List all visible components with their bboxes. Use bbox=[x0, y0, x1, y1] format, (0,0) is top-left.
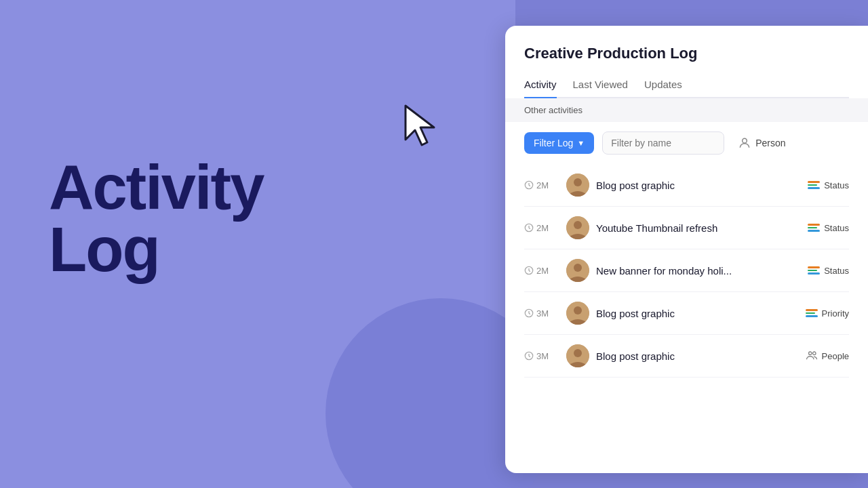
cursor-icon bbox=[400, 100, 441, 149]
avatar bbox=[566, 216, 589, 239]
panel-header: Creative Production Log Activity Last Vi… bbox=[505, 26, 868, 98]
avatar bbox=[566, 344, 589, 367]
activity-panel: Creative Production Log Activity Last Vi… bbox=[505, 26, 868, 473]
avatar-image bbox=[566, 344, 589, 367]
filter-name-input[interactable] bbox=[602, 131, 724, 155]
chevron-down-icon: ▼ bbox=[577, 139, 585, 147]
field-label: People bbox=[822, 351, 849, 361]
activity-row: 2M Youtube Thumbnail refresh Status bbox=[524, 207, 849, 249]
avatar bbox=[566, 302, 589, 325]
tab-updates[interactable]: Updates bbox=[644, 73, 682, 98]
tab-activity[interactable]: Activity bbox=[524, 73, 557, 98]
hero-section: Activity Log bbox=[49, 156, 263, 281]
activity-item-name: Blog post graphic bbox=[596, 180, 781, 191]
person-filter-label: Person bbox=[755, 138, 785, 148]
activity-field: Status bbox=[788, 223, 849, 233]
field-label: Status bbox=[824, 180, 849, 190]
svg-point-15 bbox=[574, 349, 582, 357]
activity-time: 2M bbox=[524, 266, 559, 276]
status-lines-icon bbox=[808, 181, 820, 189]
priority-lines-icon bbox=[806, 309, 818, 317]
person-filter[interactable]: Person bbox=[738, 136, 785, 150]
activity-item-name: New banner for monday holi... bbox=[596, 265, 781, 277]
tab-last-viewed[interactable]: Last Viewed bbox=[573, 73, 628, 98]
time-label: 2M bbox=[536, 180, 549, 190]
activity-row: 2M New banner for monday holi... Status bbox=[524, 249, 849, 292]
activity-item-name: Blog post graphic bbox=[596, 308, 781, 319]
time-label: 3M bbox=[536, 351, 549, 361]
filter-log-label: Filter Log bbox=[534, 138, 573, 148]
svg-point-17 bbox=[812, 352, 816, 355]
other-activities-bar: Other activities bbox=[505, 98, 868, 122]
avatar-image bbox=[566, 174, 589, 197]
activity-time: 2M bbox=[524, 223, 559, 233]
activity-time: 3M bbox=[524, 351, 559, 361]
activity-field: Status bbox=[788, 180, 849, 190]
clock-icon bbox=[524, 308, 534, 318]
avatar-image bbox=[566, 216, 589, 239]
activity-time: 3M bbox=[524, 308, 559, 319]
hero-line2: Log bbox=[49, 215, 159, 284]
avatar-image bbox=[566, 302, 589, 325]
people-icon bbox=[806, 350, 818, 362]
activity-row: 3M Blog post graphic People bbox=[524, 335, 849, 378]
svg-point-16 bbox=[808, 352, 812, 355]
panel-title: Creative Production Log bbox=[524, 45, 849, 62]
status-lines-icon bbox=[808, 266, 820, 274]
person-icon bbox=[738, 136, 751, 150]
clock-icon bbox=[524, 266, 534, 275]
field-label: Priority bbox=[822, 308, 849, 319]
svg-point-0 bbox=[743, 138, 747, 143]
activity-field: Status bbox=[788, 266, 849, 276]
field-label: Status bbox=[824, 223, 849, 233]
avatar-image bbox=[566, 259, 589, 282]
hero-line1: Activity bbox=[49, 152, 263, 222]
activity-field: People bbox=[788, 350, 849, 362]
svg-point-3 bbox=[574, 178, 582, 186]
svg-point-9 bbox=[574, 264, 582, 272]
svg-point-6 bbox=[574, 221, 582, 229]
activity-row: 2M Blog post graphic Status bbox=[524, 164, 849, 207]
avatar bbox=[566, 259, 589, 282]
hero-title: Activity Log bbox=[49, 156, 263, 281]
clock-icon bbox=[524, 180, 534, 190]
clock-icon bbox=[524, 351, 534, 361]
activity-row: 3M Blog post graphic Priority bbox=[524, 292, 849, 335]
filters-row: Filter Log ▼ Person bbox=[505, 122, 868, 164]
time-label: 2M bbox=[536, 223, 549, 233]
status-lines-icon bbox=[808, 224, 820, 232]
activity-time: 2M bbox=[524, 180, 559, 190]
activity-item-name: Youtube Thumbnail refresh bbox=[596, 222, 781, 234]
activity-list: 2M Blog post graphic Status bbox=[505, 164, 868, 378]
avatar bbox=[566, 174, 589, 197]
svg-point-12 bbox=[574, 306, 582, 314]
time-label: 2M bbox=[536, 266, 549, 276]
activity-field: Priority bbox=[788, 308, 849, 319]
time-label: 3M bbox=[536, 308, 549, 319]
filter-log-button[interactable]: Filter Log ▼ bbox=[524, 132, 594, 154]
field-label: Status bbox=[824, 266, 849, 276]
other-activities-label: Other activities bbox=[524, 105, 583, 115]
clock-icon bbox=[524, 223, 534, 232]
tabs-container: Activity Last Viewed Updates bbox=[524, 73, 849, 98]
activity-item-name: Blog post graphic bbox=[596, 350, 781, 362]
